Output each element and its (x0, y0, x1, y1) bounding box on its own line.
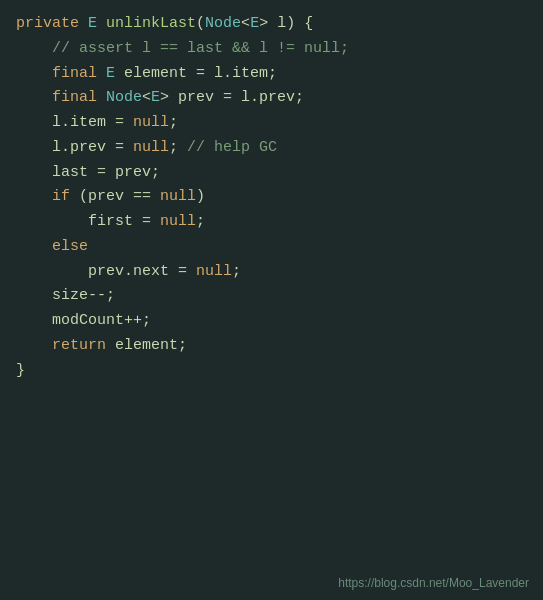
code-line-12: size--; (16, 284, 527, 309)
code-line-9: first = null; (16, 210, 527, 235)
code-block: private E unlinkLast(Node<E> l) { // ass… (0, 0, 543, 600)
code-line-8: if (prev == null) (16, 185, 527, 210)
code-line-10: else (16, 235, 527, 260)
code-line-5: l.item = null; (16, 111, 527, 136)
code-line-1: private E unlinkLast(Node<E> l) { (16, 12, 527, 37)
code-line-11: prev.next = null; (16, 260, 527, 285)
code-line-2: // assert l == last && l != null; (16, 37, 527, 62)
code-line-7: last = prev; (16, 161, 527, 186)
watermark: https://blog.csdn.net/Moo_Lavender (338, 576, 529, 590)
code-line-14: return element; (16, 334, 527, 359)
code-line-3: final E element = l.item; (16, 62, 527, 87)
code-line-15: } (16, 359, 527, 384)
code-line-6: l.prev = null; // help GC (16, 136, 527, 161)
code-line-4: final Node<E> prev = l.prev; (16, 86, 527, 111)
code-line-13: modCount++; (16, 309, 527, 334)
